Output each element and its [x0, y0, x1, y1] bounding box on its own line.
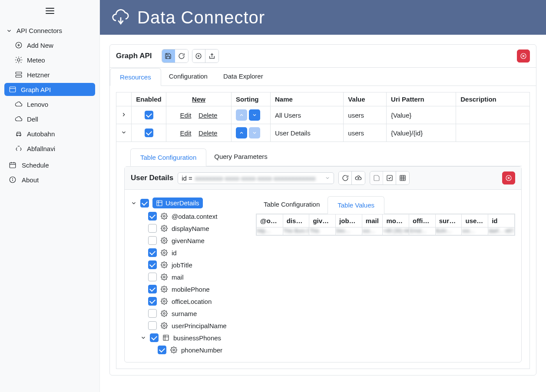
gear-icon [170, 346, 178, 354]
sidebar-item-meteo[interactable]: Meteo [0, 53, 99, 67]
cell-uri: {Value}/{id} [387, 124, 456, 142]
tree-field[interactable]: userPrincipalName [140, 320, 248, 332]
svg-point-55 [163, 313, 165, 314]
svg-rect-36 [400, 175, 405, 181]
tab-resources[interactable]: Resources [110, 68, 161, 86]
expand-row-button[interactable] [116, 106, 132, 124]
svg-line-11 [16, 62, 17, 63]
field-checkbox[interactable] [148, 285, 157, 293]
sort-down-button[interactable] [249, 127, 260, 138]
tree-subgroup[interactable]: businessPhones [140, 332, 248, 344]
svg-point-51 [163, 264, 165, 266]
tree-field[interactable]: displayName [140, 222, 248, 234]
root-checkbox[interactable] [140, 199, 149, 208]
sidebar-schedule[interactable]: Schedule [0, 158, 99, 172]
field-checkbox[interactable] [148, 236, 157, 245]
field-checkbox[interactable] [158, 346, 166, 354]
tab-table-config[interactable]: Table Configuration [130, 148, 206, 166]
col-sorting: Sorting [232, 92, 271, 106]
tab-table-config-inner[interactable]: Table Configuration [256, 196, 328, 214]
new-resource-link[interactable]: New [192, 96, 205, 103]
field-checkbox[interactable] [148, 212, 157, 221]
clear-button[interactable] [502, 171, 515, 184]
data-col: jobT… [336, 214, 362, 227]
app-logo-icon [111, 8, 130, 27]
sun-icon [15, 56, 23, 64]
tree-field[interactable]: mobilePhone [140, 283, 248, 295]
delete-link[interactable]: Delete [199, 112, 217, 119]
tab-table-values[interactable]: Table Values [328, 196, 384, 214]
tree-field[interactable]: givenName [140, 234, 248, 247]
cell-uri: {Value} [387, 106, 456, 124]
sidebar-item-label: Autobahn [27, 130, 55, 138]
svg-point-48 [163, 227, 165, 229]
svg-point-49 [163, 240, 165, 241]
sort-up-button[interactable] [236, 109, 247, 121]
reload-button[interactable] [339, 171, 352, 184]
check-button[interactable] [383, 171, 396, 184]
gear-icon [160, 310, 168, 317]
topbar: Data Connector [100, 0, 546, 35]
export-button[interactable] [205, 49, 218, 63]
edit-link[interactable]: Edit [180, 129, 192, 137]
tree-field[interactable]: id [140, 247, 248, 259]
field-checkbox[interactable] [148, 321, 157, 330]
tree-field[interactable]: officeLocation [140, 295, 248, 307]
delete-link[interactable]: Delete [199, 129, 217, 137]
table-view-button[interactable] [396, 171, 409, 184]
chevron-down-icon [6, 28, 12, 34]
table-row: Edit Delete User Details users {Value}/{… [116, 124, 530, 142]
save-detail-button[interactable] [370, 171, 383, 184]
svg-point-52 [163, 276, 165, 278]
refresh-button[interactable] [175, 49, 188, 63]
tab-query-params[interactable]: Query Parameters [206, 148, 275, 166]
field-checkbox[interactable] [148, 273, 157, 281]
tree-field[interactable]: surname [140, 307, 248, 320]
sidebar-add-new[interactable]: Add New [0, 38, 99, 53]
field-checkbox[interactable] [148, 248, 157, 257]
cloud-sync-button[interactable] [352, 171, 365, 184]
sort-down-button[interactable] [249, 109, 260, 121]
menu-toggle-icon[interactable] [46, 8, 54, 14]
sidebar-section-api-connectors[interactable]: API Connectors [0, 23, 99, 38]
tree-field[interactable]: mail [140, 271, 248, 283]
tree-field[interactable]: jobTitle [140, 259, 248, 271]
sidebar-about[interactable]: About [0, 172, 99, 187]
sidebar-item-autobahn[interactable]: Autobahn [0, 126, 99, 141]
sidebar-item-dell[interactable]: Dell [0, 112, 99, 126]
sidebar-item-graph-api[interactable]: Graph API [4, 83, 95, 96]
delete-connector-button[interactable] [517, 49, 530, 63]
tree-field[interactable]: phoneNumber [150, 344, 248, 356]
tree-root[interactable]: UserDetails [131, 196, 248, 210]
field-checkbox[interactable] [148, 309, 157, 318]
sort-up-button[interactable] [236, 127, 247, 138]
enabled-checkbox[interactable] [145, 128, 153, 137]
car-icon [15, 130, 23, 138]
field-checkbox[interactable] [148, 224, 157, 233]
tree-field-label: phoneNumber [181, 346, 222, 354]
gear-icon [160, 224, 168, 232]
add-button[interactable] [192, 49, 205, 63]
chevron-down-icon[interactable] [140, 335, 146, 341]
id-selector[interactable]: id = xxxxxxxx-xxxx-xxxx-xxxx-xxxxxxxxxxx… [178, 172, 334, 184]
sidebar-item-hetzner[interactable]: Hetzner [0, 67, 99, 82]
edit-link[interactable]: Edit [180, 112, 192, 119]
save-button[interactable] [162, 49, 175, 63]
recycle-icon [15, 145, 23, 152]
chevron-down-icon[interactable] [131, 200, 137, 206]
tab-data-explorer[interactable]: Data Explorer [215, 68, 271, 86]
field-checkbox[interactable] [148, 297, 157, 306]
svg-rect-13 [16, 76, 22, 78]
field-checkbox[interactable] [148, 260, 157, 269]
tree-field[interactable]: @odata.context [140, 210, 248, 222]
tree-field-label: @odata.context [172, 213, 217, 220]
sidebar-item-lenovo[interactable]: Lenovo [0, 97, 99, 112]
svg-point-3 [17, 59, 20, 61]
enabled-checkbox[interactable] [145, 111, 153, 119]
field-checkbox[interactable] [150, 333, 159, 342]
tab-configuration[interactable]: Configuration [161, 68, 215, 86]
detail-row: Table Configuration Query Parameters Use… [116, 142, 530, 369]
sidebar-item-abfallnavi[interactable]: Abfallnavi [0, 141, 99, 156]
collapse-row-button[interactable] [116, 124, 132, 142]
panel-title: Graph API [116, 52, 152, 60]
